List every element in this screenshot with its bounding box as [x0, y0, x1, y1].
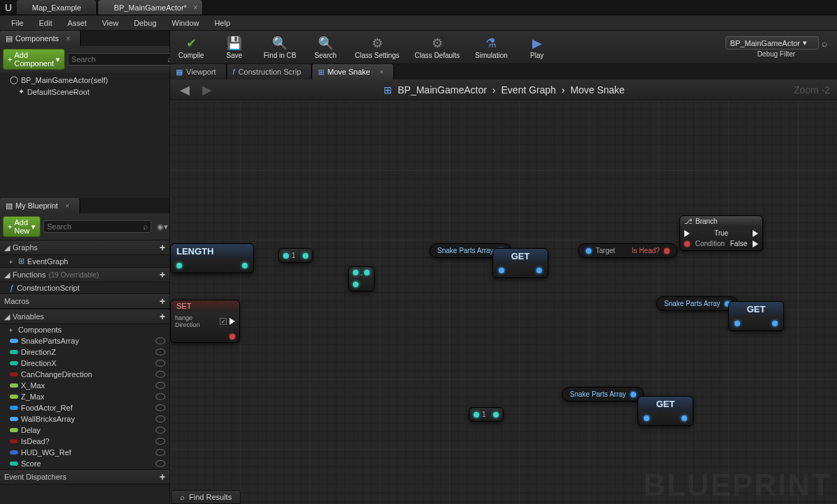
eye-icon[interactable] [156, 360, 165, 367]
crumb-function[interactable]: Move Snake [571, 84, 625, 96]
variable-item[interactable]: X_Max [0, 380, 169, 391]
pin-out[interactable] [242, 263, 248, 268]
node-get[interactable]: GET [492, 248, 548, 278]
menu-file[interactable]: File [4, 17, 31, 29]
node-subtract[interactable]: 1 [469, 407, 504, 422]
variable-item[interactable]: Delay [0, 425, 169, 436]
pin-in[interactable] [353, 270, 359, 275]
pin-out[interactable] [681, 415, 687, 421]
eye-icon[interactable]: ◉▾ [157, 222, 168, 231]
variable-item[interactable]: IsDead? [0, 436, 169, 447]
pin-in[interactable] [499, 268, 504, 273]
variable-item[interactable]: WallBricksArray [0, 413, 169, 425]
variable-item[interactable]: Score [0, 458, 169, 469]
components-search[interactable]: ⌕ [68, 53, 176, 66]
eye-icon[interactable] [156, 393, 165, 400]
save-button[interactable]: 💾Save [218, 34, 251, 61]
variable-item[interactable]: SnakePartsArray [0, 335, 169, 346]
pin-out[interactable] [364, 270, 370, 275]
doc-tab-map[interactable]: Map_Example [17, 0, 97, 15]
pin-out[interactable] [631, 392, 636, 397]
menu-debug[interactable]: Debug [127, 17, 163, 29]
panel-tab-myblueprint[interactable]: ▧ My Blueprint × [0, 198, 80, 213]
variable-item[interactable]: HUD_WG_Ref [0, 447, 169, 458]
eye-icon[interactable] [156, 349, 165, 356]
section-event-dispatchers[interactable]: Event Dispatchers + [0, 469, 169, 484]
classsettings-button[interactable]: ⚙Class Settings [352, 34, 402, 61]
tab-construction-script[interactable]: fConstruction Scrip [227, 64, 312, 79]
pin-exec-false[interactable] [753, 240, 758, 247]
variable-item[interactable]: DirectionZ [0, 346, 169, 358]
pin-in[interactable] [586, 248, 591, 254]
pin-out[interactable] [772, 321, 778, 326]
eye-icon[interactable] [156, 460, 165, 467]
variable-sub-components[interactable]: ▸ Components [0, 324, 169, 335]
node-var-snakeparts[interactable]: Snake Parts Array [656, 296, 738, 311]
eye-icon[interactable] [156, 449, 165, 456]
pin-in[interactable] [176, 263, 182, 268]
pin-out[interactable] [229, 334, 235, 339]
variable-item[interactable]: Z_Max [0, 391, 169, 402]
section-graphs[interactable]: ◢Graphs + [0, 240, 169, 255]
eye-icon[interactable] [156, 337, 165, 344]
search-button[interactable]: 🔍Search [309, 34, 342, 61]
doc-tab-blueprint[interactable]: BP_MainGameActor* × [98, 0, 203, 15]
menu-help[interactable]: Help [207, 17, 237, 29]
variable-item[interactable]: CanChangeDirection [0, 369, 169, 380]
pin-exec-out[interactable] [229, 318, 235, 325]
pin-in[interactable] [283, 253, 289, 259]
nav-back-button[interactable]: ◀ [177, 82, 193, 98]
node-var-snakeparts[interactable]: Snake Parts Array [562, 387, 644, 402]
component-item-actor[interactable]: ◯ BP_MainGameActor(self) [0, 74, 169, 86]
section-variables[interactable]: ◢Variables + [0, 309, 169, 324]
menu-asset[interactable]: Asset [61, 17, 94, 29]
section-macros[interactable]: Macros + [0, 293, 169, 309]
compile-button[interactable]: ✔Compile [174, 34, 208, 61]
pin-out[interactable] [493, 412, 499, 418]
classdefaults-button[interactable]: ⚙Class Defaults [412, 34, 462, 61]
tab-move-snake[interactable]: ⊞Move Snake× [312, 64, 395, 79]
pin-exec-true[interactable] [753, 230, 758, 237]
eye-icon[interactable] [156, 427, 165, 434]
eye-icon[interactable] [156, 415, 165, 422]
node-subtract[interactable]: 1 [278, 248, 313, 263]
node-ishead[interactable]: Target Is Head? [578, 243, 677, 258]
add-component-button[interactable]: + Add Component ▾ [3, 49, 65, 70]
myblueprint-search[interactable]: ⌕ [43, 220, 151, 233]
tab-viewport[interactable]: ▦Viewport [170, 64, 227, 79]
pin-in[interactable] [644, 415, 649, 421]
menu-window[interactable]: Window [165, 17, 206, 29]
add-button[interactable]: + [160, 269, 165, 280]
add-new-button[interactable]: + Add New ▾ [3, 216, 40, 237]
close-icon[interactable]: × [65, 201, 69, 210]
pin-in[interactable] [353, 282, 359, 287]
variable-item[interactable]: FoodActor_Ref [0, 402, 169, 413]
search-input[interactable] [47, 222, 143, 231]
crumb-graph[interactable]: Event Graph [502, 84, 557, 96]
function-item-construction[interactable]: ƒ ConstructionScript [0, 282, 169, 293]
pin-out[interactable] [303, 253, 308, 259]
search-icon[interactable]: ⌕ [822, 38, 827, 49]
pin-out[interactable] [536, 268, 542, 273]
checkbox[interactable]: ✓ [220, 318, 227, 325]
pin-exec-in[interactable] [684, 230, 690, 237]
pin-out[interactable] [664, 248, 670, 254]
panel-tab-components[interactable]: ▤ Components × [0, 31, 81, 46]
close-icon[interactable]: × [193, 3, 198, 13]
node-branch[interactable]: ⎇ Branch True ConditionFalse [679, 215, 763, 251]
simulation-button[interactable]: ⚗Simulation [472, 34, 511, 61]
menu-view[interactable]: View [95, 17, 126, 29]
close-icon[interactable]: × [66, 34, 70, 43]
search-input[interactable] [71, 55, 167, 63]
add-button[interactable]: + [160, 311, 165, 322]
node-length[interactable]: LENGTH [170, 243, 254, 273]
node-minus[interactable]: - [348, 266, 375, 291]
eye-icon[interactable] [156, 382, 165, 389]
node-get[interactable]: GET [638, 396, 693, 426]
eye-icon[interactable] [156, 404, 165, 411]
graph-item-eventgraph[interactable]: ▸ ⊞ EventGraph [0, 255, 169, 267]
node-set[interactable]: SET hange Direction ✓ [170, 300, 240, 343]
pin-in[interactable] [474, 412, 479, 418]
eye-icon[interactable] [156, 438, 165, 445]
nav-forward-button[interactable]: ▶ [199, 82, 215, 98]
